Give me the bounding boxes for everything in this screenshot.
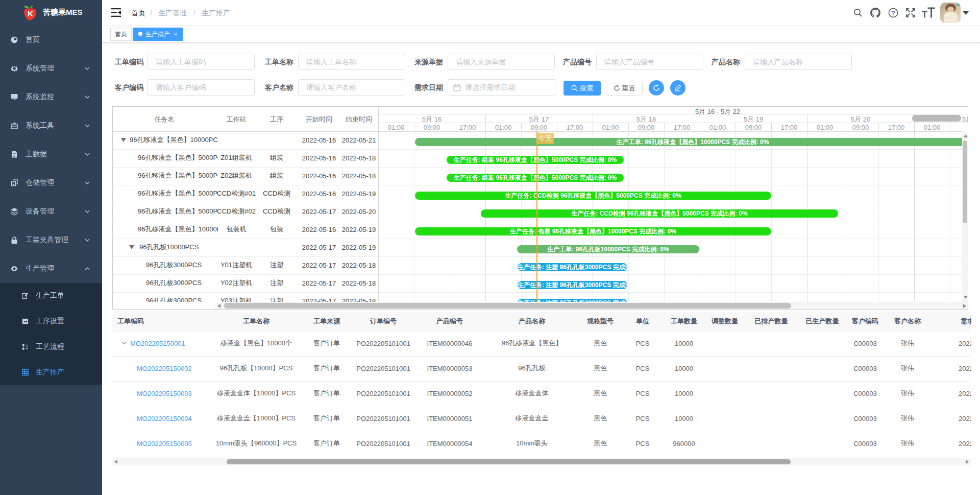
svg-text:K: K <box>28 9 33 18</box>
svg-text:?: ? <box>891 10 895 17</box>
